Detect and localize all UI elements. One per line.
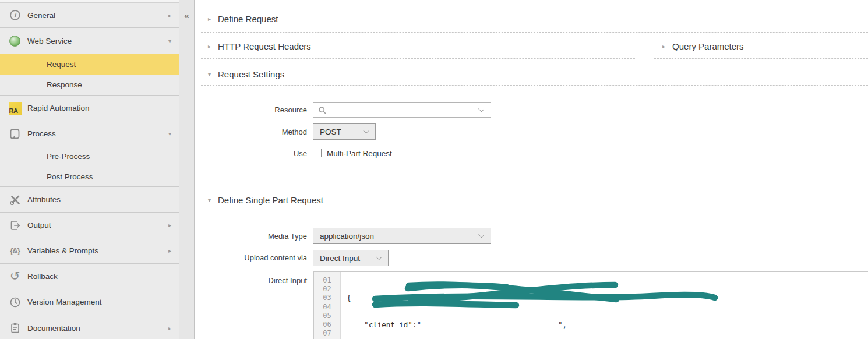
search-icon	[318, 106, 327, 115]
sidebar-item-request[interactable]: Request	[0, 54, 179, 75]
sidebar-item-documentation[interactable]: Documentation ▸	[0, 315, 179, 339]
upload-content-via-label: Upload content via	[198, 253, 307, 262]
sidebar-item-general[interactable]: i General ▸	[0, 3, 179, 28]
sidebar-item-label: Response	[47, 80, 82, 89]
chevron-right-icon: ▸	[168, 12, 171, 19]
chevron-down-icon: ▾	[168, 38, 171, 44]
documentation-icon	[7, 322, 23, 334]
multipart-checkbox[interactable]	[313, 149, 322, 157]
triangle-collapsed-icon: ▸	[208, 43, 211, 50]
section-request-settings[interactable]: ▾ Request Settings	[208, 69, 284, 79]
sidebar-collapse-strip: «	[179, 0, 195, 339]
globe-icon	[7, 36, 23, 47]
sidebar-item-label: Variables & Prompts	[27, 246, 98, 255]
sidebar-item-label: Rollback	[27, 272, 58, 281]
triangle-collapsed-icon: ▸	[208, 16, 211, 22]
code-area[interactable]: { "client_id":"", "client_secret":" "aud…	[341, 272, 868, 339]
method-label: Method	[198, 128, 307, 136]
process-icon	[7, 128, 23, 140]
info-icon: i	[7, 10, 23, 20]
main-content: ▸ Define Request ▸ HTTP Request Headers …	[195, 0, 868, 339]
sidebar-item-post-process[interactable]: Post Process	[0, 167, 179, 187]
sidebar-item-web-service[interactable]: Web Service ▾	[0, 28, 179, 54]
resource-combobox[interactable]	[313, 102, 491, 118]
chevron-down-icon	[376, 254, 382, 260]
upload-content-via-value: Direct Input	[320, 254, 360, 263]
sidebar-item-process[interactable]: Process ▾	[0, 121, 179, 146]
media-type-value: application/json	[320, 232, 374, 241]
multipart-label: Multi-Part Request	[327, 149, 392, 158]
output-icon	[7, 220, 23, 231]
sidebar-item-label: Request	[47, 60, 76, 69]
resource-label: Resource	[198, 105, 307, 114]
section-divider	[654, 58, 868, 59]
section-http-request-headers[interactable]: ▸ HTTP Request Headers	[208, 41, 311, 51]
media-type-dropdown[interactable]: application/json	[313, 228, 491, 244]
variables-icon: {&}	[7, 246, 23, 255]
sidebar-item-label: Attributes	[27, 195, 61, 204]
triangle-collapsed-icon: ▸	[662, 43, 665, 50]
triangle-expanded-icon: ▾	[208, 71, 211, 77]
sidebar-item-label: General	[27, 11, 55, 20]
sidebar-item-label: Version Management	[27, 298, 102, 306]
web-service-request-page: i General ▸ Web Service ▾ Request Respon…	[0, 0, 868, 339]
section-title: Define Request	[218, 14, 278, 24]
sidebar-item-output[interactable]: Output ▸	[0, 213, 179, 238]
upload-content-via-dropdown[interactable]: Direct Input	[313, 250, 389, 266]
clock-icon	[7, 296, 23, 308]
sidebar-item-label: Post Process	[47, 172, 93, 181]
media-type-label: Media Type	[198, 232, 307, 241]
chevron-down-icon	[363, 128, 369, 133]
sidebar: i General ▸ Web Service ▾ Request Respon…	[0, 0, 179, 339]
collapse-sidebar-icon[interactable]: «	[179, 10, 194, 20]
code-line: "client_id":"",	[347, 320, 868, 329]
section-title: Request Settings	[218, 69, 284, 79]
use-label: Use	[198, 149, 307, 158]
chevron-down-icon	[478, 106, 484, 112]
sidebar-item-pre-process[interactable]: Pre-Process	[0, 146, 179, 167]
sidebar-item-label: Process	[27, 129, 56, 138]
sidebar-item-label: Web Service	[27, 37, 72, 45]
method-dropdown[interactable]: POST	[313, 123, 376, 140]
sidebar-item-attributes[interactable]: Attributes	[0, 187, 179, 213]
section-title: Define Single Part Request	[218, 195, 323, 205]
ra-badge-icon: RA	[7, 102, 23, 115]
line-number-gutter: 01 02 03 04 05 06 07	[314, 272, 341, 339]
triangle-expanded-icon: ▾	[208, 197, 211, 203]
sidebar-item-label: Rapid Automation	[27, 104, 90, 112]
sidebar-item-rapid-automation[interactable]: RA Rapid Automation	[0, 96, 179, 121]
section-define-request[interactable]: ▸ Define Request	[208, 14, 278, 24]
chevron-right-icon: ▸	[168, 222, 171, 228]
section-define-single-part-request[interactable]: ▾ Define Single Part Request	[208, 195, 323, 205]
chevron-down-icon	[478, 232, 484, 238]
direct-input-label: Direct Input	[198, 276, 307, 285]
sidebar-item-label: Documentation	[27, 324, 80, 333]
section-divider	[201, 58, 635, 59]
section-divider	[201, 214, 868, 214]
sidebar-item-label: Output	[27, 221, 51, 229]
sidebar-item-label: Pre-Process	[47, 152, 90, 161]
section-title: Query Parameters	[672, 41, 744, 51]
sidebar-item-rollback[interactable]: ↺ Rollback	[0, 264, 179, 289]
chevron-right-icon: ▸	[168, 248, 171, 254]
sidebar-item-variables-prompts[interactable]: {&} Variables & Prompts ▸	[0, 238, 179, 264]
section-divider	[201, 32, 868, 33]
rollback-icon: ↺	[7, 270, 23, 282]
direct-input-editor[interactable]: 01 02 03 04 05 06 07 { "client_id":"", "…	[313, 271, 868, 339]
sidebar-item-version-management[interactable]: Version Management	[0, 289, 179, 315]
sidebar-item-response[interactable]: Response	[0, 75, 179, 96]
section-title: HTTP Request Headers	[218, 41, 311, 51]
section-divider	[201, 85, 868, 86]
chevron-down-icon: ▾	[168, 130, 171, 137]
method-value: POST	[320, 128, 341, 136]
section-query-parameters[interactable]: ▸ Query Parameters	[662, 41, 744, 51]
tools-icon	[7, 194, 23, 206]
code-line: {	[347, 294, 868, 302]
chevron-right-icon: ▸	[168, 325, 171, 331]
